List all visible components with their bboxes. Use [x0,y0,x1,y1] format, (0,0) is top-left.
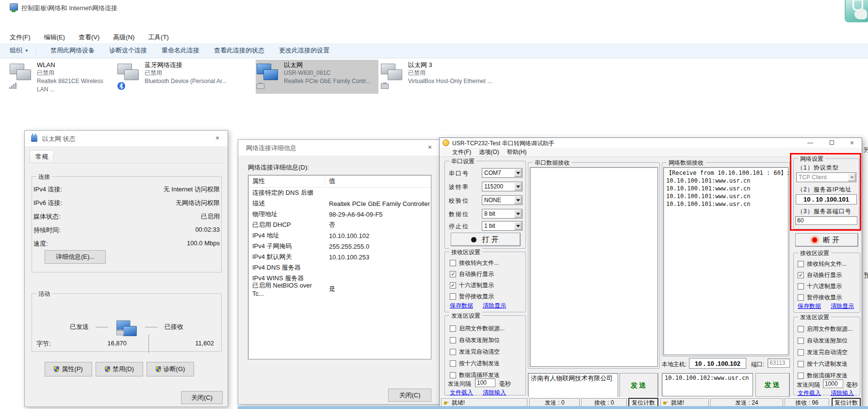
checkbox-recv-to-file[interactable]: 接收转向文件... [798,260,847,268]
checkbox-box[interactable]: ✓ [450,271,456,277]
data-bits-select[interactable]: 8 bit [482,209,523,219]
checkbox-box[interactable] [450,260,456,266]
checkbox-pause-recv[interactable]: 暂停接收显示 [798,293,842,302]
network-send-button[interactable]: 发送 [755,373,790,397]
checkbox-box[interactable] [450,293,456,300]
maximize-icon[interactable] [827,139,836,147]
checkbox-box[interactable] [450,337,456,343]
server-ip-input[interactable]: 10 . 10 .100.101 [796,194,857,204]
adapter-bluetooth[interactable]: 蓝牙网络连接 已禁用 Bluetooth Device (Personal Ar… [116,60,238,94]
checkbox-box[interactable] [798,349,804,356]
checkbox-clear-after-send[interactable]: 发送完自动清空 [798,348,848,357]
clear-display-link[interactable]: 清除显示 [831,302,854,310]
serial-send-input[interactable]: 济南有人物联网技术有限公司 [528,373,618,397]
checkbox-send-as-hex[interactable]: 按十六进制发送 [450,359,500,368]
table-row[interactable]: IPv4 默认网关10.10.100.253 [248,252,431,262]
disconnect-button[interactable]: 断开 [795,233,858,247]
checkbox-box[interactable] [798,326,804,332]
toolbar-rename-connection[interactable]: 重命名此连接 [162,46,199,55]
checkbox-box[interactable] [798,283,804,290]
checkbox-loop-send[interactable]: 数据流循环发送 [798,372,848,380]
checkbox-send-as-hex[interactable]: 按十六进制发送 [798,360,848,368]
checkbox-box[interactable] [450,360,456,367]
clear-input-link[interactable]: 清除输入 [483,389,506,397]
clear-display-link[interactable]: 清除显示 [483,302,506,310]
checkbox-clear-after-send[interactable]: 发送完自动清空 [450,348,500,356]
adapter-ethernet[interactable]: 以太网 USR-W630_081C Realtek PCIe GbE Famil… [256,60,378,94]
parity-select[interactable]: NONE [482,195,523,205]
chevron-down-icon[interactable] [514,196,522,204]
load-file-link[interactable]: 文件载入 [798,389,821,397]
chevron-down-icon[interactable] [514,210,522,218]
checkbox-box[interactable] [450,372,456,378]
disable-button[interactable]: 禁用(D) [96,362,143,376]
chevron-down-icon[interactable] [514,222,522,230]
dialog-titlebar[interactable]: 以太网 状态 × [25,131,228,146]
checkbox-box[interactable]: ✓ [450,282,456,289]
baud-rate-select[interactable]: 115200 [482,182,523,191]
menu-advanced[interactable]: 高级(N) [113,33,134,42]
local-port-input[interactable]: 63113 [768,358,790,368]
toolbar-view-connection-status[interactable]: 查看此连接的状态 [214,46,264,55]
column-header-value[interactable]: 值 [325,177,335,186]
checkbox-auto-wrap[interactable]: ✓自动换行显示 [798,271,842,279]
network-send-input[interactable]: 10.10.100.102:www.usr.cn [662,373,753,396]
column-header-property[interactable]: 属性 [248,177,325,186]
details-list[interactable]: 属性 值 连接特定的 DNS 后缀 描述Realtek PCIe GbE Fam… [248,175,431,359]
adapter-ethernet-3[interactable]: 以太网 3 已禁用 VirtualBox Host-Only Ethernet … [380,60,501,94]
menu-edit[interactable]: 编辑(E) [44,33,65,42]
serial-send-button[interactable]: 发送 [620,373,658,398]
table-row[interactable]: 物理地址98-29-A6-94-09-F5 [248,209,431,220]
usr-menu-help[interactable]: 帮助(H) [507,148,527,156]
send-interval-input[interactable]: 1000 [823,379,843,388]
checkbox-box[interactable] [798,294,804,301]
checkbox-auto-send-extra[interactable]: 自动发送附加位 [798,337,848,345]
checkbox-box[interactable] [798,261,804,267]
table-row[interactable]: IPv4 DNS 服务器 [248,262,431,273]
toolbar-disable-device[interactable]: 禁用此网络设备 [50,46,95,55]
close-button[interactable]: 关闭(C) [181,391,223,404]
table-row[interactable]: IPv4 子网掩码255.255.255.0 [248,241,431,252]
adapter-wlan[interactable]: WLAN 已禁用 Realtek 8821CE Wireless LAN ... [9,60,115,94]
minimize-icon[interactable]: — [805,139,815,147]
close-icon[interactable]: × [847,139,857,147]
menu-file[interactable]: 文件(F) [10,33,31,42]
menu-tools[interactable]: 工具(T) [148,33,169,42]
table-row[interactable]: 已启用 NetBIOS over Tc...是 [248,284,431,294]
network-receive-area[interactable]: 【Receive from 10.10.100.101 : 60】: 10.10… [663,167,788,355]
serial-receive-area[interactable] [530,167,658,367]
checkbox-recv-to-file[interactable]: 接收转向文件... [450,259,499,267]
checkbox-box[interactable] [798,338,804,344]
checkbox-box[interactable]: ✓ [798,272,804,278]
menu-view[interactable]: 查看(V) [79,33,99,42]
send-interval-input[interactable]: 100 [475,378,495,387]
checkbox-auto-wrap[interactable]: ✓自动换行显示 [450,270,494,278]
toolbar-diagnose-connection[interactable]: 诊断这个连接 [109,46,147,55]
explorer-titlebar[interactable]: 控制面板\网络和 Internet\网络连接 [0,0,868,16]
checkbox-pause-recv[interactable]: 暂停接收显示 [450,292,494,301]
chevron-down-icon[interactable] [514,183,522,190]
load-file-link[interactable]: 文件载入 [450,389,473,397]
serial-port-select[interactable]: COM7 [482,168,523,178]
organize-button[interactable]: 组织 ▼ [10,46,29,55]
checkbox-hex-display[interactable]: 十六进制显示 [798,282,842,290]
checkbox-box[interactable] [450,349,456,355]
desktop-shortcut-icon[interactable] [845,0,868,22]
table-row[interactable]: 连接特定的 DNS 后缀 [248,187,431,198]
save-data-link[interactable]: 保存数据 [450,302,473,310]
table-row[interactable]: 描述Realtek PCIe GbE Family Controller [248,198,431,209]
properties-button[interactable]: 属性(P) [45,362,92,376]
table-row[interactable]: IPv4 地址10.10.100.102 [248,230,431,241]
protocol-type-select[interactable]: TCP Client [796,172,856,182]
checkbox-box[interactable] [798,361,804,367]
checkbox-auto-send-extra[interactable]: 自动发送附加位 [450,336,500,344]
server-port-input[interactable]: 60 [795,216,857,225]
table-row[interactable]: 已启用 DHCP否 [248,220,431,230]
stop-bits-select[interactable]: 1 bit [482,221,523,231]
checkbox-file-source[interactable]: 启用文件数据源... [798,325,852,333]
close-icon[interactable]: × [420,140,440,154]
checkbox-box[interactable] [450,325,456,332]
chevron-down-icon[interactable] [514,169,522,177]
close-button[interactable]: 关闭(C) [388,389,431,402]
checkbox-box[interactable] [798,373,804,379]
